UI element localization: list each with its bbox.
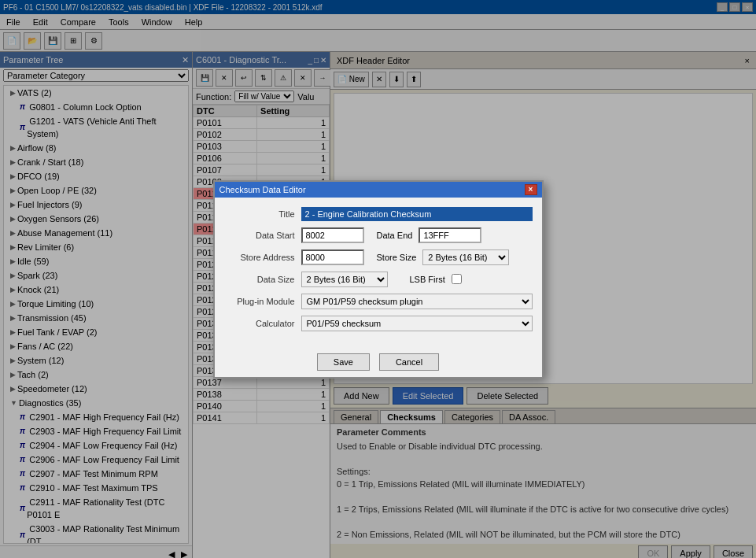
plugin-module-select[interactable]: GM P01/P59 checksum plugin: [301, 294, 533, 309]
store-address-field[interactable]: [301, 249, 364, 265]
data-start-field[interactable]: [301, 227, 364, 243]
dialog-overlay: Checksum Data Editor × Title Data Start …: [0, 0, 756, 558]
data-end-label: Data End: [377, 231, 413, 240]
title-field-label: Title: [224, 209, 295, 219]
data-start-label: Data Start: [224, 231, 295, 240]
form-storeaddr-row: Store Address Store Size 2 Bytes (16 Bit…: [224, 249, 533, 265]
form-datasize-row: Data Size 2 Bytes (16 Bit) 1 Byte (8 Bit…: [224, 272, 533, 287]
form-plugin-row: Plug-in Module GM P01/P59 checksum plugi…: [224, 294, 533, 309]
dialog-buttons-row: Save Cancel: [215, 347, 542, 377]
form-calculator-row: Calculator P01/P59 checksum: [224, 316, 533, 331]
store-size-select[interactable]: 2 Bytes (16 Bit) 1 Byte (8 Bit) 4 Bytes …: [422, 249, 509, 265]
dialog-save-button[interactable]: Save: [317, 353, 370, 371]
data-size-select[interactable]: 2 Bytes (16 Bit) 1 Byte (8 Bit) 4 Bytes …: [301, 272, 388, 287]
lsb-first-label: LSB First: [410, 275, 445, 284]
dialog-body: Title Data Start Data End Store Address …: [215, 198, 542, 347]
plugin-module-label: Plug-in Module: [224, 297, 295, 306]
checksum-dialog: Checksum Data Editor × Title Data Start …: [213, 180, 544, 379]
dialog-cancel-button[interactable]: Cancel: [379, 353, 439, 371]
calculator-label: Calculator: [224, 319, 295, 328]
calculator-select[interactable]: P01/P59 checksum: [301, 316, 533, 331]
data-end-field[interactable]: [419, 227, 481, 243]
data-size-label: Data Size: [224, 275, 295, 284]
lsb-first-checkbox[interactable]: [452, 274, 462, 284]
store-address-label: Store Address: [224, 253, 295, 262]
dialog-title-bar: Checksum Data Editor ×: [215, 182, 542, 198]
form-title-row: Title: [224, 207, 533, 221]
dialog-title: Checksum Data Editor: [219, 185, 306, 194]
title-field[interactable]: [301, 207, 533, 221]
store-size-label: Store Size: [377, 253, 417, 262]
form-datastart-row: Data Start Data End: [224, 227, 533, 243]
dialog-close-button[interactable]: ×: [525, 184, 537, 195]
